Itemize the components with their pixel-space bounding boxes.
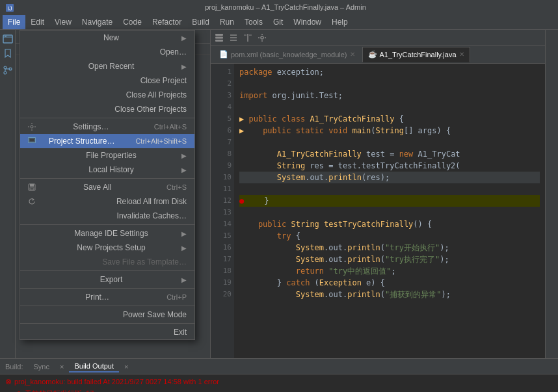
title-bar: IJ proj_kanomoku – A1_TryCatchFinally.ja… <box>0 0 558 14</box>
tab-separator: × <box>60 363 64 371</box>
separator-3 <box>20 224 194 225</box>
left-sidebar <box>0 30 16 358</box>
code-line-7 <box>239 137 540 148</box>
menu-item-close-other-projects[interactable]: Close Other Projects <box>20 102 194 116</box>
menu-item-power-save[interactable]: Power Save Mode <box>20 307 194 322</box>
menu-run[interactable]: Run <box>215 15 239 29</box>
menu-item-print[interactable]: Print… Ctrl+P <box>20 290 194 304</box>
code-line-3: import org.junit.Test; <box>239 90 540 101</box>
toolbar-settings-icon[interactable] <box>256 32 268 44</box>
sidebar-project-icon[interactable] <box>1 33 14 46</box>
code-line-18: return "try中的返回值"; <box>239 265 540 277</box>
menu-file[interactable]: File <box>3 15 25 29</box>
separator-7 <box>20 323 194 324</box>
tab-close-pom[interactable]: ✕ <box>350 51 355 58</box>
menu-item-export[interactable]: Export ▶ <box>20 272 194 287</box>
arrow-icon: ▶ <box>181 34 187 42</box>
menu-item-close-project[interactable]: Close Project <box>20 73 194 88</box>
toolbar-align-icon[interactable] <box>228 32 239 44</box>
sidebar-pull-requests-icon[interactable] <box>1 64 14 77</box>
tab-a1-java[interactable]: ☕ A1_TryCatchFinally.java ✕ <box>362 47 470 62</box>
menu-item-file-properties[interactable]: File Properties ▶ <box>20 148 194 163</box>
code-line-4 <box>239 101 540 113</box>
menu-item-save-all[interactable]: Save All Ctrl+S <box>20 180 194 194</box>
svg-rect-11 <box>215 40 223 42</box>
menu-refactor[interactable]: Refactor <box>147 15 187 29</box>
bottom-sync-tab[interactable]: Sync <box>29 361 55 372</box>
project-structure-icon <box>28 137 38 145</box>
tab-close-output[interactable]: × <box>124 363 128 371</box>
settings-icon <box>28 123 38 131</box>
separator-6 <box>20 306 194 306</box>
file-menu-dropdown: New ▶ Open… Open Recent ▶ Close Project … <box>20 30 195 340</box>
svg-point-19 <box>31 125 33 128</box>
menu-item-manage-ide[interactable]: Manage IDE Settings ▶ <box>20 226 194 241</box>
menu-window[interactable]: Window <box>288 15 326 29</box>
menu-item-reload-all[interactable]: Reload All from Disk <box>20 194 194 209</box>
arrow-icon: ▶ <box>181 166 187 174</box>
menu-item-exit[interactable]: Exit <box>20 325 194 339</box>
menu-item-local-history[interactable]: Local History ▶ <box>20 163 194 177</box>
arrow-icon: ▶ <box>181 244 187 252</box>
bottom-output-tab[interactable]: Build Output <box>69 361 119 372</box>
menu-navigate[interactable]: Navigate <box>77 15 118 29</box>
editor-content: 1234 5678 9101112 13141516 17181920 pack… <box>211 64 545 358</box>
menu-item-open[interactable]: Open… <box>20 45 194 59</box>
save-shortcut: Ctrl+S <box>166 183 187 191</box>
code-line-2 <box>239 78 540 90</box>
menu-item-invalidate-caches[interactable]: Invalidate Caches… <box>20 209 194 223</box>
menu-help[interactable]: Help <box>326 15 353 29</box>
separator-4 <box>20 270 194 271</box>
menu-item-settings[interactable]: Settings… Ctrl+Alt+S <box>20 120 194 134</box>
code-line-11 <box>239 183 540 195</box>
tab-pom-xml[interactable]: 📄 pom.xml (basic_knowledge_module) ✕ <box>213 47 361 62</box>
code-line-9: String res = test.testTryCatchFinally2( <box>239 160 540 172</box>
code-line-12: ● } <box>239 195 540 207</box>
menu-view[interactable]: View <box>49 15 77 29</box>
save-icon <box>28 183 38 191</box>
svg-rect-24 <box>30 184 34 187</box>
svg-rect-25 <box>30 188 34 190</box>
java-icon: ☕ <box>368 50 377 59</box>
code-line-1: package exception; <box>239 66 540 78</box>
svg-marker-26 <box>33 198 34 201</box>
separator-2 <box>20 178 194 179</box>
separator-1 <box>20 118 194 118</box>
menu-code[interactable]: Code <box>118 15 147 29</box>
toolbar-structure-icon[interactable] <box>213 32 225 44</box>
toolbar-split-icon[interactable] <box>242 32 254 44</box>
build-label: Build: <box>5 363 23 371</box>
editor-tabs: 📄 pom.xml (basic_knowledge_module) ✕ ☕ A… <box>211 46 545 64</box>
error-icon-2: ⊗ <box>16 389 22 393</box>
arrow-icon: ▶ <box>181 63 187 70</box>
svg-point-18 <box>261 36 263 39</box>
code-content[interactable]: package exception; import org.junit.Test… <box>234 64 545 358</box>
code-line-13 <box>239 207 540 218</box>
menu-item-close-all-projects[interactable]: Close All Projects <box>20 88 194 102</box>
error-icon-1: ⊗ <box>5 377 12 386</box>
sidebar-icon-2[interactable] <box>1 47 14 60</box>
menu-tools[interactable]: Tools <box>239 15 268 29</box>
code-line-14: public String testTryCatchFinally() { <box>239 218 540 230</box>
menu-item-project-structure[interactable]: Project Structure… Ctrl+Alt+Shift+S <box>20 134 194 148</box>
tab-close-a1[interactable]: ✕ <box>459 51 464 58</box>
editor-toolbar <box>211 30 545 46</box>
reload-icon <box>28 198 38 205</box>
right-sidebar <box>545 30 558 358</box>
svg-rect-4 <box>5 36 7 37</box>
menu-edit[interactable]: Edit <box>25 15 49 29</box>
bottom-tabs: Build: Sync × Build Output × <box>0 359 558 374</box>
menu-item-open-recent[interactable]: Open Recent ▶ <box>20 59 194 73</box>
title-text: proj_kanomoku – A1_TryCatchFinally.java … <box>18 3 553 11</box>
menu-bar: File Edit View Navigate Code Refactor Bu… <box>0 14 558 30</box>
menu-git[interactable]: Git <box>268 15 288 29</box>
menu-item-new[interactable]: New ▶ <box>20 31 194 45</box>
arrow-icon: ▶ <box>181 230 187 237</box>
menu-build[interactable]: Build <box>187 15 215 29</box>
editor-area: 📄 pom.xml (basic_knowledge_module) ✕ ☕ A… <box>211 30 545 358</box>
arrow-icon: ▶ <box>181 152 187 159</box>
code-line-8: A1_TryCatchFinally test = new A1_TryCat <box>239 148 540 160</box>
svg-point-6 <box>4 72 7 74</box>
menu-item-new-projects-setup[interactable]: New Projects Setup ▶ <box>20 241 194 255</box>
xml-icon: 📄 <box>219 50 228 59</box>
